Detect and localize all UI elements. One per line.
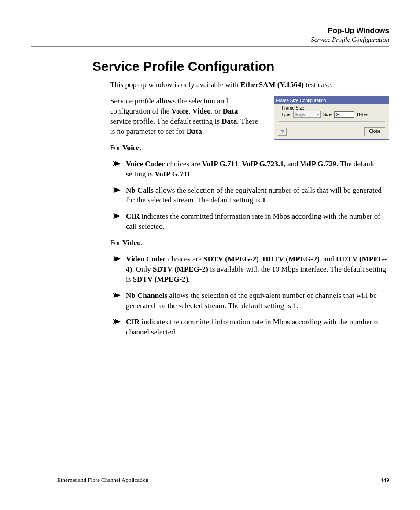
type-select[interactable]: Single ▾ <box>293 111 321 118</box>
page-number: 449 <box>381 477 390 484</box>
voice-heading: For Voice: <box>110 143 389 153</box>
video-list: Video Codec choices are SDTV (MPEG-2), H… <box>110 254 389 338</box>
header-title: Pop-Up Windows <box>31 26 389 35</box>
list-item: CIR indicates the committed information … <box>110 212 389 232</box>
list-item: Nb Calls allows the selection of the equ… <box>110 186 389 206</box>
arrow-icon <box>113 213 121 219</box>
list-item: Nb Channels allows the selection of the … <box>110 291 389 311</box>
arrow-icon <box>113 319 121 324</box>
close-button[interactable]: Close <box>364 127 385 136</box>
frame-size-config-dialog: Frame Size Configuration Frame Size Type… <box>274 96 389 140</box>
chevron-down-icon: ▾ <box>317 112 319 117</box>
list-item: Video Codec choices are SDTV (MPEG-2), H… <box>110 254 389 285</box>
size-input[interactable]: 64 <box>334 111 354 118</box>
header-subtitle: Service Profile Configuration <box>31 36 389 44</box>
intro-paragraph-1: This pop-up window is only available wit… <box>110 80 389 90</box>
section-heading: Service Profile Configuration <box>92 59 389 74</box>
arrow-icon <box>113 293 121 298</box>
unit-label: Bytes <box>357 112 368 118</box>
intro-paragraph-2: Service profile allows the selection and… <box>110 96 260 137</box>
voice-list: Voice Codec choices are VoIP G.711, VoIP… <box>110 159 389 232</box>
arrow-icon <box>113 161 121 166</box>
page-header: Pop-Up Windows Service Profile Configura… <box>31 26 389 44</box>
help-button[interactable]: ? <box>278 128 287 136</box>
size-label: Size <box>323 112 332 118</box>
fieldset-legend: Frame Size <box>281 105 305 111</box>
header-rule <box>31 46 389 47</box>
type-label: Type <box>281 112 291 118</box>
arrow-icon <box>113 187 121 193</box>
page-footer: Ethernet and Fibre Channel Application 4… <box>57 477 389 484</box>
video-heading: For Video: <box>110 238 389 248</box>
help-icon: ? <box>281 128 284 135</box>
list-item: CIR indicates the committed information … <box>110 317 389 338</box>
list-item: Voice Codec choices are VoIP G.711, VoIP… <box>110 159 389 180</box>
arrow-icon <box>113 256 121 261</box>
dialog-title: Frame Size Configuration <box>274 97 389 105</box>
frame-size-fieldset: Frame Size Type Single ▾ Size 64 Bytes <box>278 108 385 122</box>
footer-left: Ethernet and Fibre Channel Application <box>57 477 148 484</box>
